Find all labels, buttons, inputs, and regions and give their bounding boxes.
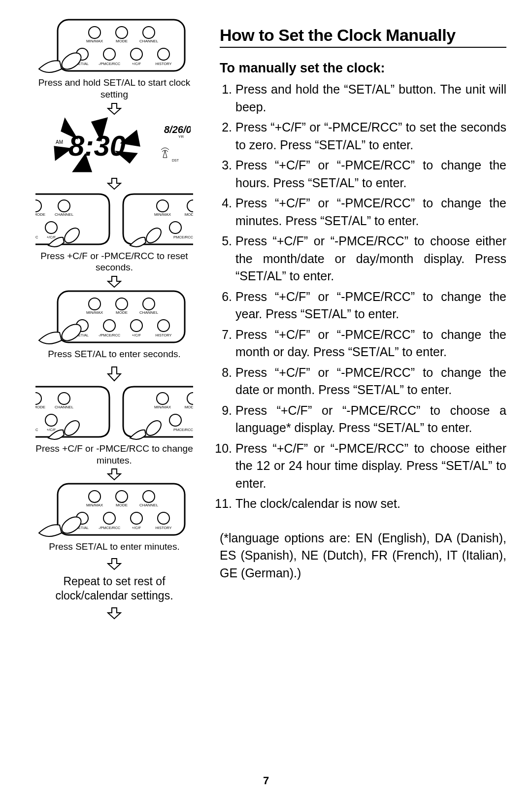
arrow-down-icon — [107, 102, 122, 115]
arrow-down-icon — [107, 558, 122, 570]
svg-point-23 — [116, 298, 128, 310]
label-c: C — [35, 235, 38, 239]
svg-point-24 — [143, 298, 155, 310]
clock-am: AM — [56, 139, 63, 145]
figure-remote-pair-1: MODE CHANNEL C +/C/F — [26, 191, 203, 274]
figure-remote-full-1: MIN/MAX MODE CHANNEL SET/AL -/PMCE/RCC +… — [26, 18, 203, 100]
svg-point-40 — [45, 414, 57, 426]
svg-point-22 — [89, 298, 100, 310]
svg-point-18 — [157, 200, 168, 212]
step-item: Press “+C/F” or “-PMCE/RCC” to change th… — [235, 288, 506, 323]
step-item: Press “+C/F” or “-PMCE/RCC” to change th… — [235, 364, 506, 399]
svg-point-2 — [116, 27, 128, 38]
figure-remote-full-2: MIN/MAX MODE CHANNEL SET/AL -/PMCE/RCC +… — [38, 289, 191, 360]
step-item: Press “+C/F” or “-PMCE/RCC” to change th… — [235, 157, 506, 192]
svg-text:+/C/F: +/C/F — [132, 526, 141, 530]
clock-yr: YR — [178, 134, 184, 139]
subhead: To manually set the clock: — [220, 61, 506, 76]
label-minmax: MIN/MAX — [86, 39, 103, 43]
svg-text:MODE: MODE — [116, 310, 128, 315]
svg-point-7 — [158, 48, 169, 60]
svg-point-37 — [58, 393, 70, 404]
svg-point-15 — [58, 200, 70, 212]
svg-point-52 — [116, 491, 128, 502]
svg-text:PMCE/RCC: PMCE/RCC — [173, 428, 193, 432]
step-item: The clock/calendar is now set. — [235, 495, 506, 513]
svg-text:MOD: MOD — [185, 405, 193, 409]
svg-text:MIN/MAX: MIN/MAX — [154, 405, 171, 409]
label-mode: MODE — [35, 212, 45, 217]
step-item: Press “+C/F” or “-PMCE/RCC” to set the s… — [235, 119, 506, 154]
svg-text:-/PMCE/RCC: -/PMCE/RCC — [99, 526, 121, 530]
svg-point-19 — [169, 222, 181, 233]
figure-remote-full-3: MIN/MAX MODE CHANNEL SET/AL -/PMCE/RCC +… — [38, 482, 191, 553]
svg-text:-/PMCE/RCC: -/PMCE/RCC — [99, 333, 121, 337]
horizontal-rule — [220, 47, 506, 48]
step-item: Press “+C/F” or “-PMCE/RCC” to choose ei… — [235, 440, 506, 493]
svg-text:+/C/F: +/C/F — [132, 333, 141, 337]
svg-text:HISTORY: HISTORY — [155, 333, 171, 337]
caption-enter-minutes: Press SET/AL to enter minutes. — [49, 541, 179, 553]
clock-date: 8/26/00 — [164, 124, 191, 135]
page-number: 7 — [263, 774, 269, 787]
svg-point-6 — [131, 48, 142, 60]
svg-point-16 — [45, 222, 57, 233]
label-history: HISTORY — [155, 62, 171, 66]
svg-point-5 — [103, 48, 115, 60]
caption-start: Press and hold SET/AL to start clock set… — [26, 77, 203, 100]
svg-point-44 — [157, 393, 168, 404]
label-channel: CHANNEL — [139, 39, 159, 43]
step-item: Press “+C/F” or “-PMCE/RCC” to choose ei… — [235, 233, 506, 285]
caption-change-minutes: Press +C/F or -PMCE/RCC to change minute… — [26, 443, 203, 466]
arrow-down-icon — [107, 275, 122, 288]
section-title: How to Set the Clock Manually — [220, 26, 506, 45]
clock-time: 8:30 — [68, 130, 126, 162]
svg-text:C: C — [35, 428, 38, 432]
svg-point-51 — [89, 491, 100, 502]
label-cf: +/C/F — [47, 235, 56, 239]
svg-point-1 — [89, 27, 100, 38]
svg-point-47 — [169, 414, 181, 426]
figure-remote-pair-2: MODE CHANNEL C +/C/F — [26, 384, 203, 466]
label-mod: MOD — [185, 212, 193, 217]
svg-text:MIN/MAX: MIN/MAX — [86, 310, 103, 315]
step-item: Press “+C/F” or “-PMCE/RCC” to choose a … — [235, 402, 506, 437]
svg-text:MIN/MAX: MIN/MAX — [86, 503, 103, 507]
svg-point-3 — [143, 27, 155, 38]
clock-dst: DST — [172, 159, 179, 162]
svg-text:+/C/F: +/C/F — [47, 428, 56, 432]
tower-icon — [161, 148, 169, 158]
svg-text:CHANNEL: CHANNEL — [55, 405, 74, 409]
caption-enter-seconds: Press SET/AL to enter seconds. — [48, 348, 181, 360]
figure-clock-burst: 8:30 AM 8/26/00 YR DST — [38, 116, 191, 175]
arrow-down-icon — [107, 468, 122, 481]
step-item: Press “+C/F” or “-PMCE/RCC” to change th… — [235, 326, 506, 361]
step-item: Press “+C/F” or “-PMCE/RCC” to change th… — [235, 195, 506, 230]
label-mode: MODE — [116, 39, 128, 43]
steps-list: Press and hold the “SET/AL” button. The … — [220, 81, 506, 516]
label-minmax: MIN/MAX — [154, 212, 171, 217]
svg-point-58 — [103, 512, 115, 524]
arrow-down-icon — [107, 366, 122, 383]
svg-text:CHANNEL: CHANNEL — [139, 310, 159, 315]
language-note: (*language options are: EN (English), DA… — [220, 530, 506, 582]
svg-point-59 — [131, 512, 142, 524]
caption-reset-seconds: Press +C/F or -PMCE/RCC to reset seconds… — [26, 250, 203, 274]
arrow-down-icon — [107, 607, 122, 620]
label-pmcercc: PMCE/RCC — [173, 235, 193, 239]
label-channel: CHANNEL — [55, 212, 74, 217]
label-cf: +/C/F — [132, 62, 141, 66]
svg-text:MODE: MODE — [116, 503, 128, 507]
svg-point-31 — [158, 320, 169, 332]
caption-repeat: Repeat to set rest of clock/calendar set… — [26, 574, 203, 603]
svg-point-29 — [103, 320, 115, 332]
svg-point-60 — [158, 512, 169, 524]
svg-text:HISTORY: HISTORY — [155, 526, 171, 530]
svg-text:MODE: MODE — [35, 405, 45, 409]
step-item: Press and hold the “SET/AL” button. The … — [235, 81, 506, 116]
label-pmcercc: -/PMCE/RCC — [99, 62, 121, 66]
arrow-down-icon — [107, 177, 122, 190]
svg-text:CHANNEL: CHANNEL — [139, 503, 159, 507]
svg-point-30 — [131, 320, 142, 332]
svg-point-53 — [143, 491, 155, 502]
